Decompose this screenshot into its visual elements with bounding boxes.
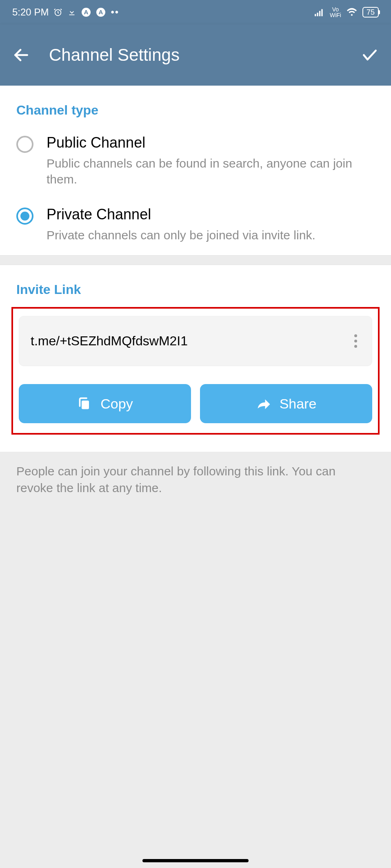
- radio-public-channel[interactable]: Public Channel Public channels can be fo…: [0, 128, 391, 199]
- radio-text: Public Channel Public channels can be fo…: [47, 134, 375, 187]
- download-icon: [67, 8, 76, 17]
- svg-text:A: A: [84, 9, 89, 15]
- check-icon: [361, 46, 379, 64]
- svg-text:A: A: [99, 9, 103, 15]
- arrow-left-icon: [12, 46, 30, 64]
- invite-link-section: Invite Link t.me/+tSEZhdMQfdswM2I1 Copy …: [0, 265, 391, 452]
- radio-unchecked-icon: [16, 136, 33, 153]
- vo-wifi-label: Vo WiFi: [330, 7, 341, 18]
- radio-private-desc: Private channels can only be joined via …: [47, 227, 315, 243]
- app-icon-a: A: [81, 7, 91, 17]
- svg-rect-10: [82, 401, 89, 409]
- share-label: Share: [280, 396, 317, 412]
- channel-type-header: Channel type: [0, 86, 391, 128]
- page-title: Channel Settings: [37, 45, 354, 65]
- status-bar: 5:20 PM A A •• Vo WiFi 75: [0, 0, 391, 24]
- radio-public-desc: Public channels can be found in search, …: [47, 155, 375, 187]
- copy-button[interactable]: Copy: [19, 384, 191, 423]
- status-left: 5:20 PM A A ••: [12, 7, 119, 18]
- back-button[interactable]: [12, 46, 37, 64]
- section-divider: [0, 255, 391, 265]
- footer-text: People can join your channel by followin…: [0, 452, 391, 512]
- invite-link-header: Invite Link: [0, 265, 391, 307]
- svg-rect-6: [317, 13, 318, 16]
- app-icon-b: A: [96, 7, 106, 17]
- radio-checked-icon: [16, 208, 33, 225]
- radio-private-channel[interactable]: Private Channel Private channels can onl…: [0, 199, 391, 255]
- share-icon: [256, 396, 271, 411]
- radio-text: Private Channel Private channels can onl…: [47, 206, 315, 243]
- vo-line1: Vo: [330, 7, 341, 12]
- svg-rect-5: [315, 14, 316, 16]
- signal-icon: [314, 8, 325, 17]
- share-button[interactable]: Share: [200, 384, 372, 423]
- svg-rect-8: [321, 9, 322, 16]
- more-options-button[interactable]: [351, 331, 360, 351]
- svg-rect-7: [319, 11, 320, 16]
- annotation-highlight: t.me/+tSEZhdMQfdswM2I1 Copy Share: [11, 307, 380, 435]
- status-time: 5:20 PM: [12, 7, 49, 18]
- app-bar: Channel Settings: [0, 24, 391, 86]
- vo-line2: WiFi: [330, 12, 341, 18]
- invite-link-box[interactable]: t.me/+tSEZhdMQfdswM2I1: [19, 316, 372, 366]
- battery-level: 75: [367, 8, 375, 16]
- radio-public-title: Public Channel: [47, 134, 375, 151]
- alarm-icon: [53, 8, 62, 17]
- navigation-handle[interactable]: [142, 859, 249, 862]
- copy-label: Copy: [100, 396, 133, 412]
- button-row: Copy Share: [19, 384, 372, 423]
- channel-type-section: Channel type Public Channel Public chann…: [0, 86, 391, 255]
- invite-link-text: t.me/+tSEZhdMQfdswM2I1: [31, 334, 188, 349]
- status-more-icon: ••: [111, 7, 119, 18]
- confirm-button[interactable]: [354, 46, 379, 64]
- copy-icon: [77, 396, 91, 411]
- status-right: Vo WiFi 75: [314, 7, 379, 18]
- battery-indicator: 75: [362, 7, 379, 18]
- content: Channel type Public Channel Public chann…: [0, 86, 391, 868]
- radio-private-title: Private Channel: [47, 206, 315, 223]
- wifi-icon: [346, 8, 358, 17]
